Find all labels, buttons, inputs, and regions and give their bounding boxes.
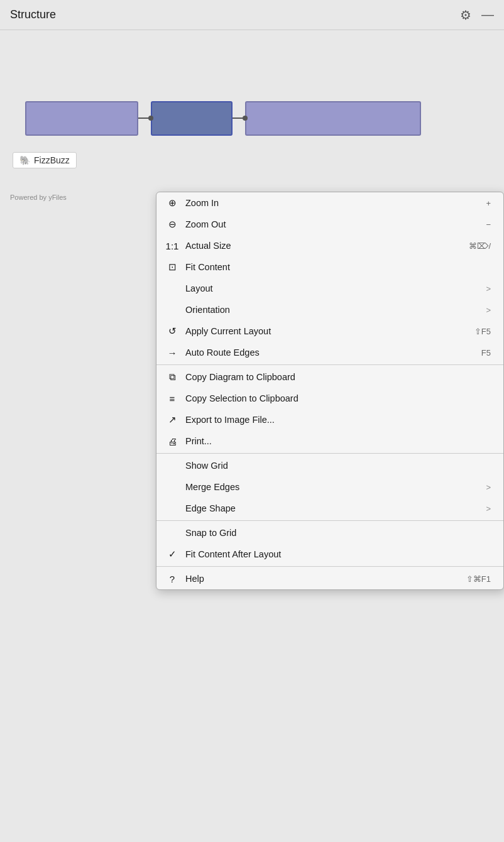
help-label: Help <box>185 574 204 584</box>
snap-to-grid-left: Snap to Grid <box>165 528 236 538</box>
edge-shape-label: Edge Shape <box>185 503 236 513</box>
fit-content-after-layout-separator <box>156 566 503 567</box>
print-left: 🖨 Print... <box>165 436 212 447</box>
fit-content-after-layout-left: ✓ Fit Content After Layout <box>165 549 281 560</box>
check-icon: ✓ <box>165 549 179 560</box>
gear-icon[interactable]: ⚙ <box>460 8 471 23</box>
actual-size-shortcut: ⌘⌦/ <box>469 241 491 251</box>
merge-edges-left: Merge Edges <box>165 482 239 492</box>
help-shortcut: ⇧⌘F1 <box>466 574 491 584</box>
menu-item-edge-shape[interactable]: Edge Shape > <box>156 498 503 519</box>
copy-selection-label: Copy Selection to Clipboard <box>185 393 299 403</box>
export-image-left: ↗ Export to Image File... <box>165 414 275 425</box>
fizzbuzz-icon: 🐘 <box>19 155 30 165</box>
print-separator <box>156 453 503 454</box>
menu-item-copy-diagram[interactable]: ⧉ Copy Diagram to Clipboard <box>156 366 503 388</box>
edge-shape-arrow: > <box>486 504 491 513</box>
menu-item-orientation[interactable]: Orientation > <box>156 299 503 320</box>
menu-item-fit-content-after-layout[interactable]: ✓ Fit Content After Layout <box>156 544 503 565</box>
auto-route-edges-shortcut: F5 <box>481 348 491 358</box>
edge-shape-separator <box>156 520 503 521</box>
auto-route-edges-left: → Auto Route Edges <box>165 347 260 358</box>
copy-diagram-label: Copy Diagram to Clipboard <box>185 372 295 382</box>
orientation-left: Orientation <box>165 305 230 315</box>
export-image-label: Export to Image File... <box>185 415 275 425</box>
auto-route-edges-label: Auto Route Edges <box>185 347 260 358</box>
apply-current-layout-icon: ↺ <box>165 325 179 337</box>
print-icon: 🖨 <box>165 436 179 447</box>
copy-selection-icon: ≡ <box>165 393 179 404</box>
fit-content-icon: ⊡ <box>165 261 179 273</box>
zoom-in-left: ⊕ Zoom In <box>165 197 219 209</box>
layout-left: Layout <box>165 283 213 293</box>
snap-to-grid-label: Snap to Grid <box>185 528 236 538</box>
merge-edges-arrow: > <box>486 483 491 492</box>
menu-item-zoom-in[interactable]: ⊕ Zoom In + <box>156 192 503 214</box>
title-bar-controls: ⚙ — <box>460 8 494 23</box>
auto-route-edges-icon: → <box>165 347 179 358</box>
copy-diagram-left: ⧉ Copy Diagram to Clipboard <box>165 371 295 383</box>
menu-item-layout[interactable]: Layout > <box>156 278 503 299</box>
zoom-out-shortcut: − <box>486 220 491 229</box>
apply-current-layout-shortcut: ⇧F5 <box>474 327 491 336</box>
help-left: ? Help <box>165 574 204 584</box>
menu-item-snap-to-grid[interactable]: Snap to Grid <box>156 522 503 544</box>
edge-shape-left: Edge Shape <box>165 503 236 513</box>
help-icon: ? <box>165 574 179 584</box>
actual-size-left: 1:1 Actual Size <box>165 241 231 251</box>
fizzbuzz-text: FizzBuzz <box>34 155 70 165</box>
fit-content-label: Fit Content <box>185 262 230 272</box>
apply-current-layout-label: Apply Current Layout <box>185 326 271 336</box>
menu-item-print[interactable]: 🖨 Print... <box>156 430 503 452</box>
connector-left <box>138 118 151 119</box>
node-center[interactable] <box>151 101 233 136</box>
print-label: Print... <box>185 436 212 446</box>
node-right[interactable] <box>245 101 421 136</box>
menu-item-show-grid[interactable]: Show Grid <box>156 455 503 476</box>
fizzbuzz-label[interactable]: 🐘 FizzBuzz <box>13 152 77 168</box>
connector-right <box>233 118 245 119</box>
diagram-nodes <box>25 101 421 136</box>
menu-item-apply-current-layout[interactable]: ↺ Apply Current Layout ⇧F5 <box>156 320 503 342</box>
zoom-in-icon: ⊕ <box>165 197 179 209</box>
menu-item-zoom-out[interactable]: ⊖ Zoom Out − <box>156 214 503 235</box>
node-left[interactable] <box>25 101 138 136</box>
copy-diagram-icon: ⧉ <box>165 371 179 383</box>
powered-by-label: Powered by yFiles <box>10 194 67 201</box>
window-title: Structure <box>10 8 56 21</box>
orientation-label: Orientation <box>185 305 230 315</box>
menu-item-merge-edges[interactable]: Merge Edges > <box>156 476 503 498</box>
menu-item-help[interactable]: ? Help ⇧⌘F1 <box>156 568 503 589</box>
apply-current-layout-left: ↺ Apply Current Layout <box>165 325 271 337</box>
show-grid-label: Show Grid <box>185 461 228 471</box>
menu-item-actual-size[interactable]: 1:1 Actual Size ⌘⌦/ <box>156 235 503 256</box>
export-image-icon: ↗ <box>165 414 179 425</box>
context-menu: ⊕ Zoom In + ⊖ Zoom Out − 1:1 Actual Size… <box>156 192 504 590</box>
fit-content-left: ⊡ Fit Content <box>165 261 230 273</box>
zoom-in-label: Zoom In <box>185 198 219 208</box>
menu-item-fit-content[interactable]: ⊡ Fit Content <box>156 256 503 278</box>
merge-edges-label: Merge Edges <box>185 482 239 492</box>
orientation-arrow: > <box>486 305 491 315</box>
menu-item-copy-selection[interactable]: ≡ Copy Selection to Clipboard <box>156 388 503 409</box>
actual-size-label: Actual Size <box>185 241 231 251</box>
zoom-out-icon: ⊖ <box>165 219 179 230</box>
zoom-out-label: Zoom Out <box>185 219 226 229</box>
menu-item-export-image[interactable]: ↗ Export to Image File... <box>156 409 503 430</box>
diagram-canvas: 🐘 FizzBuzz Powered by yFiles <box>0 30 504 206</box>
menu-item-auto-route-edges[interactable]: → Auto Route Edges F5 <box>156 342 503 363</box>
actual-size-icon: 1:1 <box>165 241 179 251</box>
layout-label: Layout <box>185 283 213 293</box>
minimize-icon[interactable]: — <box>481 8 494 22</box>
zoom-out-left: ⊖ Zoom Out <box>165 219 226 230</box>
auto-route-edges-separator <box>156 364 503 365</box>
title-bar: Structure ⚙ — <box>0 0 504 30</box>
layout-arrow: > <box>486 284 491 293</box>
zoom-in-shortcut: + <box>486 199 491 208</box>
copy-selection-left: ≡ Copy Selection to Clipboard <box>165 393 299 404</box>
show-grid-left: Show Grid <box>165 461 228 471</box>
fit-content-after-layout-label: Fit Content After Layout <box>185 549 281 559</box>
